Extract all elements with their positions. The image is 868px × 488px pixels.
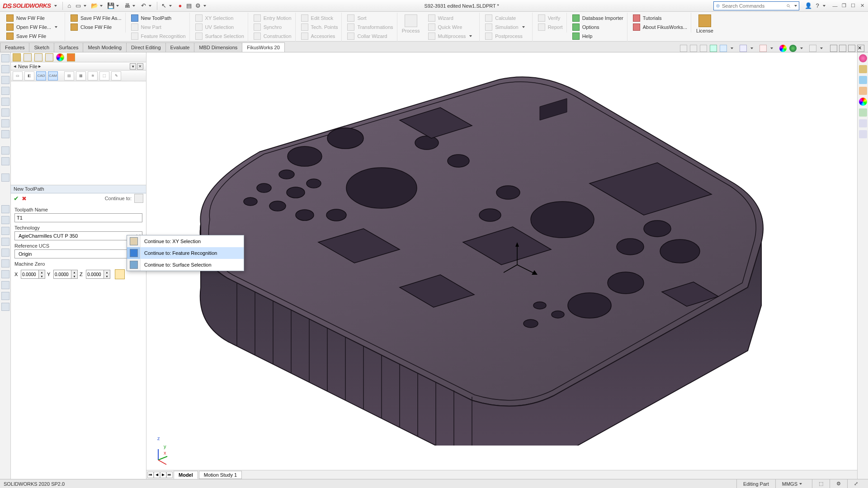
- tutorials[interactable]: Tutorials: [631, 14, 689, 23]
- rail-icon[interactable]: [1, 227, 9, 235]
- file-breadcrumb[interactable]: ◂New File▸ ▾✕: [11, 62, 146, 70]
- rail-icon[interactable]: [1, 54, 9, 62]
- new-fw-file[interactable]: New FW File: [5, 14, 63, 23]
- up-icon[interactable]: ▲: [104, 270, 110, 274]
- new-toolpath[interactable]: New ToolPath: [129, 14, 188, 23]
- ctx-item-0[interactable]: Continue to: XY Selection: [127, 235, 244, 247]
- taskpane-icon[interactable]: [859, 130, 867, 138]
- db-importer[interactable]: Database Importer: [571, 14, 625, 23]
- cad-toggle[interactable]: CAD: [36, 71, 46, 80]
- home-icon[interactable]: ⌂: [66, 2, 73, 9]
- status-icon[interactable]: ⬚: [812, 479, 830, 488]
- rail-icon[interactable]: [1, 98, 9, 106]
- sc-dd[interactable]: [800, 47, 803, 49]
- hide-show-icon[interactable]: [760, 45, 767, 52]
- toolpath-name-input[interactable]: [14, 213, 142, 222]
- about[interactable]: About FikusWorks...: [631, 23, 689, 32]
- up-icon[interactable]: ▲: [38, 270, 45, 274]
- select-icon[interactable]: ↖: [160, 2, 167, 9]
- taskpane-icon[interactable]: [859, 54, 867, 62]
- mini-icon[interactable]: ▭: [13, 71, 23, 80]
- search-dd[interactable]: [794, 5, 797, 7]
- ok-button[interactable]: ✔: [14, 195, 19, 202]
- command-tab-direct-editing[interactable]: Direct Editing: [126, 42, 165, 52]
- options-icon[interactable]: ▤: [185, 2, 193, 9]
- rail-icon[interactable]: [1, 292, 9, 300]
- units-dd[interactable]: [799, 483, 802, 485]
- save-fw-file[interactable]: Save FW File: [5, 32, 63, 41]
- pt-icon[interactable]: [56, 53, 64, 61]
- pin-icon[interactable]: ▾: [130, 63, 136, 70]
- mz-y-input[interactable]: ▲▼: [53, 270, 78, 279]
- search-commands[interactable]: [713, 1, 799, 10]
- rail-icon[interactable]: [1, 270, 9, 278]
- settings-icon[interactable]: ⚙: [194, 2, 202, 9]
- command-tab-mesh-modeling[interactable]: Mesh Modeling: [83, 42, 127, 52]
- tab-prev-icon[interactable]: ◀: [154, 472, 160, 478]
- pt-icon[interactable]: [34, 53, 42, 61]
- rail-icon[interactable]: [1, 303, 9, 311]
- taskpane-icon[interactable]: [859, 108, 867, 117]
- mz-x-field[interactable]: [21, 272, 38, 277]
- taskpane-icon[interactable]: [859, 65, 867, 73]
- rail-icon[interactable]: [1, 205, 9, 213]
- technology-select[interactable]: AgieCharmilles CUT P 350: [14, 231, 142, 240]
- status-icon[interactable]: ⤢: [847, 479, 864, 488]
- restore-button[interactable]: ❐: [841, 3, 847, 9]
- command-tab-features[interactable]: Features: [0, 42, 29, 52]
- rail-icon[interactable]: [1, 87, 9, 95]
- rail-icon[interactable]: [1, 216, 9, 224]
- rail-icon[interactable]: [1, 249, 9, 257]
- mz-y-field[interactable]: [54, 272, 71, 277]
- taskpane-icon[interactable]: [859, 76, 867, 84]
- settings-dd[interactable]: [203, 5, 206, 7]
- open-fw-dd[interactable]: [55, 26, 57, 28]
- status-icon[interactable]: ⚙: [830, 479, 847, 488]
- mz-z-field[interactable]: [86, 272, 104, 277]
- print-icon[interactable]: 🖶: [123, 2, 131, 9]
- mini-icon[interactable]: ⬚: [99, 71, 109, 80]
- tab-model[interactable]: Model: [174, 471, 198, 479]
- options[interactable]: Options: [571, 23, 625, 32]
- license-button[interactable]: License: [693, 13, 717, 35]
- zoom-fit-icon[interactable]: [680, 45, 687, 52]
- search-input[interactable]: [722, 3, 784, 9]
- tab-first-icon[interactable]: ⏮: [147, 472, 154, 478]
- taskpane-icon[interactable]: [859, 119, 867, 127]
- new-dd[interactable]: [84, 5, 86, 7]
- pick-zero-button[interactable]: [115, 269, 125, 279]
- display-style-icon[interactable]: [740, 45, 747, 52]
- search-icon[interactable]: [786, 3, 791, 9]
- ctx-item-2[interactable]: Continue to: Surface Selection: [127, 259, 244, 271]
- rail-icon[interactable]: [1, 281, 9, 289]
- prev-view-icon[interactable]: [700, 45, 707, 52]
- mini-icon[interactable]: ◧: [24, 71, 34, 80]
- mz-z-input[interactable]: ▲▼: [86, 270, 110, 279]
- cancel-button[interactable]: ✖: [22, 195, 27, 202]
- mz-x-input[interactable]: ▲▼: [21, 270, 45, 279]
- close-panel-icon[interactable]: ✕: [137, 63, 143, 70]
- doc-min-icon[interactable]: [830, 45, 837, 52]
- view-orient-icon[interactable]: [720, 45, 727, 52]
- pt-icon[interactable]: [13, 53, 21, 61]
- pt-icon[interactable]: [24, 53, 32, 61]
- doc-close-icon[interactable]: ✕: [857, 45, 864, 52]
- rail-icon[interactable]: [1, 76, 9, 84]
- undo-dd[interactable]: [149, 5, 151, 7]
- rail-icon[interactable]: [1, 108, 9, 117]
- ctx-item-1[interactable]: Continue to: Feature Recognition: [127, 247, 244, 259]
- ucs-select[interactable]: Origin: [14, 249, 142, 258]
- tab-next-icon[interactable]: ▶: [160, 472, 166, 478]
- hs-dd[interactable]: [770, 47, 773, 49]
- doc-max-icon[interactable]: [839, 45, 846, 52]
- tab-last-icon[interactable]: ⏭: [166, 472, 173, 478]
- tab-motion-study[interactable]: Motion Study 1: [199, 471, 242, 479]
- render-icon[interactable]: [809, 45, 816, 52]
- section-icon[interactable]: [710, 45, 717, 52]
- taskpane-icon[interactable]: [859, 87, 867, 95]
- print-dd[interactable]: [132, 5, 135, 7]
- rail-icon[interactable]: [1, 238, 9, 246]
- rail-icon[interactable]: [1, 174, 9, 182]
- command-tab-surfaces[interactable]: Surfaces: [54, 42, 83, 52]
- command-tab-fikusworks-20[interactable]: FikusWorks 20: [242, 42, 285, 52]
